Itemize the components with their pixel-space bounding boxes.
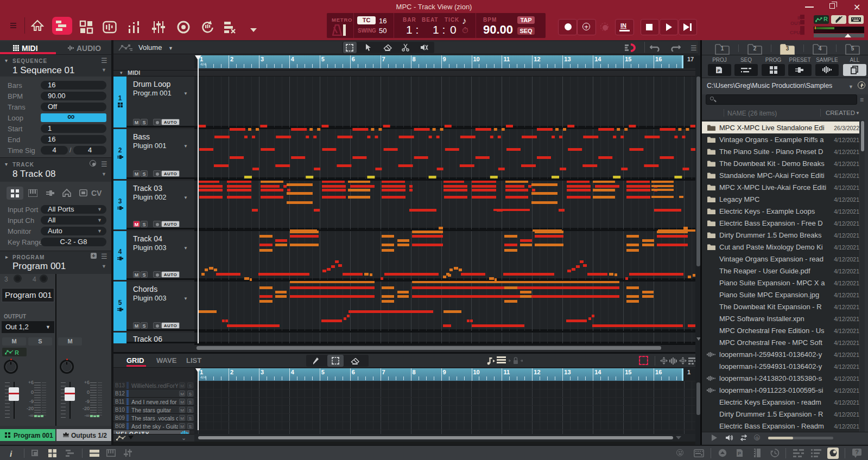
svg-text:P: P (718, 68, 721, 73)
svg-text:P: P (738, 451, 741, 456)
